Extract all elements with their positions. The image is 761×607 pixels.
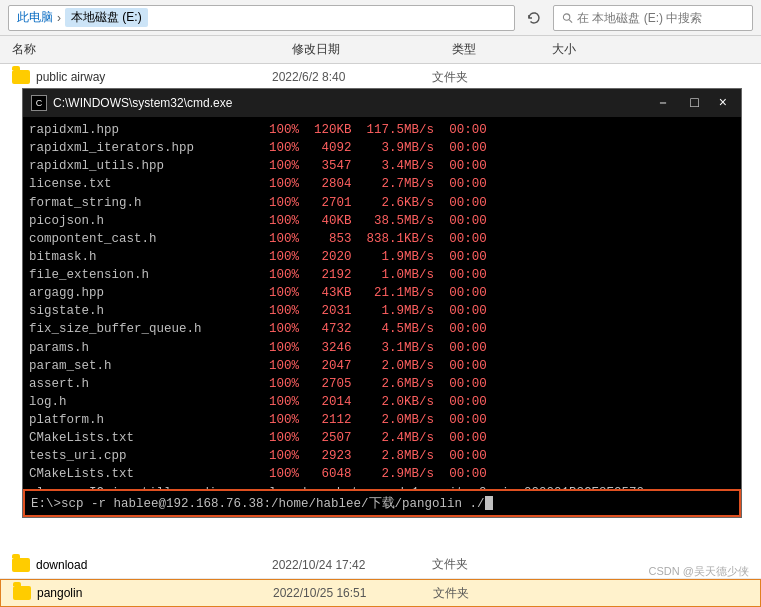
breadcrumb-sep: › bbox=[57, 11, 61, 25]
cmd-line: param_set.h 100% 2047 2.0MB/s 00:00 bbox=[29, 357, 735, 375]
search-input[interactable] bbox=[577, 11, 744, 25]
cmd-line: platform.h 100% 2112 2.0MB/s 00:00 bbox=[29, 411, 735, 429]
cmd-line: rapidxml_iterators.hpp 100% 4092 3.9MB/s… bbox=[29, 139, 735, 157]
file-row-public-airway[interactable]: public airway 2022/6/2 8:40 文件夹 bbox=[0, 64, 761, 90]
folder-icon bbox=[13, 586, 31, 600]
cmd-line: picojson.h 100% 40KB 38.5MB/s 00:00 bbox=[29, 212, 735, 230]
cmd-icon: C bbox=[31, 95, 47, 111]
bottom-files-area: download 2022/10/24 17:42 文件夹 pangolin 2… bbox=[0, 551, 761, 607]
svg-line-1 bbox=[569, 19, 572, 22]
cmd-close-line: close - IO is still pending on closed so… bbox=[29, 484, 735, 490]
cmd-prompt: E:\>scp -r hablee@192.168.76.38:/home/ha… bbox=[31, 495, 485, 512]
folder-row[interactable]: pangolin 2022/10/25 16:51 文件夹 bbox=[0, 579, 761, 607]
minimize-button[interactable]: － bbox=[650, 94, 676, 112]
folder-type: 文件夹 bbox=[433, 585, 553, 602]
cmd-line: tests_uri.cpp 100% 2923 2.8MB/s 00:00 bbox=[29, 447, 735, 465]
csdn-watermark: CSDN @吴天德少侠 bbox=[649, 564, 749, 579]
cmd-line: assert.h 100% 2705 2.6MB/s 00:00 bbox=[29, 375, 735, 393]
col-date-header: 修改日期 bbox=[292, 41, 452, 58]
cmd-line: fix_size_buffer_queue.h 100% 4732 4.5MB/… bbox=[29, 320, 735, 338]
cmd-line: CMakeLists.txt 100% 2507 2.4MB/s 00:00 bbox=[29, 429, 735, 447]
folder-icon bbox=[12, 558, 30, 572]
col-type-header: 类型 bbox=[452, 41, 552, 58]
col-name-header: 名称 bbox=[12, 41, 292, 58]
folder-name: download bbox=[36, 558, 87, 572]
cmd-line: params.h 100% 3246 3.1MB/s 00:00 bbox=[29, 339, 735, 357]
folder-date: 2022/10/24 17:42 bbox=[272, 558, 432, 572]
cmd-line: rapidxml.hpp 100% 120KB 117.5MB/s 00:00 bbox=[29, 121, 735, 139]
cmd-line: bitmask.h 100% 2020 1.9MB/s 00:00 bbox=[29, 248, 735, 266]
breadcrumb-area[interactable]: 此电脑 › 本地磁盘 (E:) bbox=[8, 5, 515, 31]
col-size-header: 大小 bbox=[552, 41, 632, 58]
breadcrumb-pc[interactable]: 此电脑 bbox=[17, 9, 53, 26]
restore-button[interactable]: □ bbox=[684, 94, 704, 112]
cmd-line: license.txt 100% 2804 2.7MB/s 00:00 bbox=[29, 175, 735, 193]
folder-type: 文件夹 bbox=[432, 556, 552, 573]
cmd-input-line[interactable]: E:\>scp -r hablee@192.168.76.38:/home/ha… bbox=[23, 489, 741, 517]
folder-icon bbox=[12, 70, 30, 84]
cmd-line: CMakeLists.txt 100% 6048 2.9MB/s 00:00 bbox=[29, 465, 735, 483]
cmd-line: argagg.hpp 100% 43KB 21.1MB/s 00:00 bbox=[29, 284, 735, 302]
search-box[interactable] bbox=[553, 5, 753, 31]
search-icon bbox=[562, 12, 573, 24]
folder-name: pangolin bbox=[37, 586, 82, 600]
cmd-titlebar: C C:\WINDOWS\system32\cmd.exe － □ × bbox=[23, 89, 741, 117]
explorer-topbar: 此电脑 › 本地磁盘 (E:) bbox=[0, 0, 761, 36]
file-date: 2022/6/2 8:40 bbox=[272, 70, 432, 84]
cmd-window: C C:\WINDOWS\system32\cmd.exe － □ × rapi… bbox=[22, 88, 742, 518]
folder-date: 2022/10/25 16:51 bbox=[273, 586, 433, 600]
close-button[interactable]: × bbox=[713, 94, 733, 112]
cmd-title: C:\WINDOWS\system32\cmd.exe bbox=[53, 96, 650, 110]
svg-point-0 bbox=[563, 13, 569, 19]
cmd-line: compontent_cast.h 100% 853 838.1KB/s 00:… bbox=[29, 230, 735, 248]
file-type: 文件夹 bbox=[432, 69, 552, 86]
cmd-line: log.h 100% 2014 2.0KB/s 00:00 bbox=[29, 393, 735, 411]
cmd-line: file_extension.h 100% 2192 1.0MB/s 00:00 bbox=[29, 266, 735, 284]
column-headers: 名称 修改日期 类型 大小 bbox=[0, 36, 761, 64]
file-name: public airway bbox=[36, 70, 105, 84]
cmd-line: rapidxml_utils.hpp 100% 3547 3.4MB/s 00:… bbox=[29, 157, 735, 175]
folder-row[interactable]: download 2022/10/24 17:42 文件夹 bbox=[0, 551, 761, 579]
breadcrumb-current[interactable]: 本地磁盘 (E:) bbox=[65, 8, 148, 27]
cmd-line: format_string.h 100% 2701 2.6KB/s 00:00 bbox=[29, 194, 735, 212]
cmd-controls: － □ × bbox=[650, 94, 733, 112]
cmd-body: rapidxml.hpp 100% 120KB 117.5MB/s 00:00r… bbox=[23, 117, 741, 489]
refresh-button[interactable] bbox=[521, 5, 547, 31]
cmd-cursor bbox=[485, 496, 493, 510]
cmd-line: sigstate.h 100% 2031 1.9MB/s 00:00 bbox=[29, 302, 735, 320]
